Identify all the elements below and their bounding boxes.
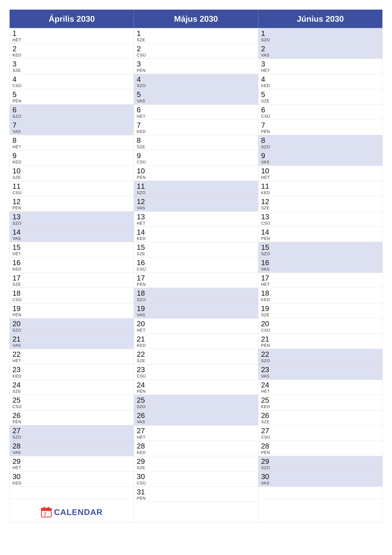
- day-name: VAS: [13, 450, 131, 455]
- day-number: 18: [137, 289, 255, 297]
- day-row: 5SZE: [258, 89, 382, 105]
- day-number: 6: [13, 106, 131, 114]
- day-number: 30: [261, 473, 379, 481]
- day-name: CSÜ: [137, 374, 255, 379]
- day-number: 1: [261, 29, 379, 37]
- day-name: SZE: [137, 465, 255, 470]
- day-row: 14PÉN: [258, 227, 382, 242]
- day-row: 22HÉT: [10, 349, 134, 364]
- day-number: 29: [261, 457, 379, 466]
- day-number: 21: [13, 335, 131, 343]
- day-name: SZO: [13, 114, 131, 119]
- calendar-logo-icon: 7: [41, 507, 52, 518]
- day-row: 14KED: [134, 227, 258, 242]
- day-name: PÉN: [261, 236, 379, 241]
- day-row: 8SZO: [258, 135, 382, 150]
- day-number: 13: [261, 213, 379, 221]
- day-name: PÉN: [13, 99, 131, 103]
- day-name: PÉN: [137, 175, 255, 180]
- day-row: 14VAS: [10, 227, 134, 242]
- day-name: VAS: [261, 53, 379, 58]
- day-row: 15HÉT: [10, 242, 134, 257]
- footer-fill-3: [258, 502, 383, 523]
- day-number: 14: [137, 228, 255, 236]
- day-number: 22: [13, 350, 131, 358]
- day-number: 13: [137, 213, 255, 221]
- day-name: HÉT: [261, 175, 379, 180]
- day-name: PÉN: [13, 313, 131, 317]
- day-number: 16: [137, 259, 255, 267]
- day-number: 5: [137, 90, 255, 99]
- day-row: 16KED: [10, 257, 134, 273]
- day-name: VAS: [13, 343, 131, 348]
- day-name: SZO: [13, 221, 131, 226]
- day-number: 1: [13, 29, 131, 37]
- day-name: VAS: [137, 313, 255, 317]
- day-name: KED: [13, 481, 131, 486]
- day-row: 20CSÜ: [258, 319, 382, 334]
- day-row: 19PÉN: [10, 303, 134, 319]
- day-number: 2: [137, 45, 255, 53]
- day-name: SZE: [261, 205, 379, 210]
- day-row: 23CSÜ: [134, 364, 258, 380]
- day-number: 8: [137, 136, 255, 145]
- day-row: 28VAS: [10, 441, 134, 456]
- day-number: 21: [137, 335, 255, 343]
- day-row: 24HÉT: [258, 380, 382, 395]
- day-row: 12SZE: [258, 196, 382, 212]
- day-number: 9: [13, 152, 131, 160]
- day-number: 12: [137, 197, 255, 206]
- day-row: 2VAS: [258, 44, 382, 59]
- day-row: 1SZO: [258, 28, 382, 44]
- day-number: 7: [137, 121, 255, 129]
- day-name: SZE: [137, 358, 255, 363]
- day-row: 30CSÜ: [134, 471, 258, 487]
- day-row: 19VAS: [134, 303, 258, 319]
- footer-fill-2: [134, 502, 258, 523]
- day-name: HÉT: [137, 221, 255, 226]
- day-number: 13: [13, 213, 131, 221]
- day-name: CSÜ: [261, 435, 379, 440]
- day-name: HÉT: [261, 389, 379, 394]
- day-row: 25SZO: [134, 395, 258, 410]
- day-row: 11CSÜ: [10, 181, 134, 196]
- day-name: PÉN: [137, 68, 255, 73]
- day-row: 12PÉN: [10, 196, 134, 212]
- day-row: 23KED: [10, 364, 134, 380]
- month-header-0: Április 2030: [10, 10, 134, 28]
- day-number: 11: [137, 182, 255, 190]
- day-name: SZE: [261, 419, 379, 424]
- day-number: 10: [137, 167, 255, 175]
- day-row: 11KED: [258, 181, 382, 196]
- day-number: 19: [13, 305, 131, 313]
- day-number: 31: [137, 488, 255, 496]
- day-number: 11: [13, 182, 131, 190]
- day-number: 26: [261, 411, 379, 420]
- day-name: HÉT: [13, 465, 131, 470]
- day-number: 9: [261, 152, 379, 160]
- day-row: 31PÉN: [134, 487, 258, 502]
- day-row: 28PÉN: [258, 441, 382, 456]
- day-name: HÉT: [13, 145, 131, 149]
- day-row: 28KED: [134, 441, 258, 456]
- day-row: 24SZE: [10, 380, 134, 395]
- day-name: KED: [261, 404, 379, 409]
- day-name: SZO: [261, 37, 379, 42]
- day-name: CSÜ: [137, 160, 255, 165]
- day-row: 10PÉN: [134, 166, 258, 181]
- day-name: CSÜ: [13, 297, 131, 302]
- day-number: 18: [261, 289, 379, 297]
- day-row: 9VAS: [258, 150, 382, 166]
- day-name: KED: [261, 190, 379, 195]
- day-row: 5PÉN: [10, 89, 134, 105]
- day-number: 15: [261, 243, 379, 251]
- day-number: 14: [13, 228, 131, 236]
- day-name: CSÜ: [13, 404, 131, 409]
- day-name: SZO: [137, 190, 255, 195]
- month-header-2: Június 2030: [258, 10, 382, 28]
- day-name: CSÜ: [137, 267, 255, 272]
- day-name: SZO: [137, 404, 255, 409]
- day-row: 15SZE: [134, 242, 258, 257]
- day-row: 15SZO: [258, 242, 382, 257]
- day-number: 19: [261, 305, 379, 313]
